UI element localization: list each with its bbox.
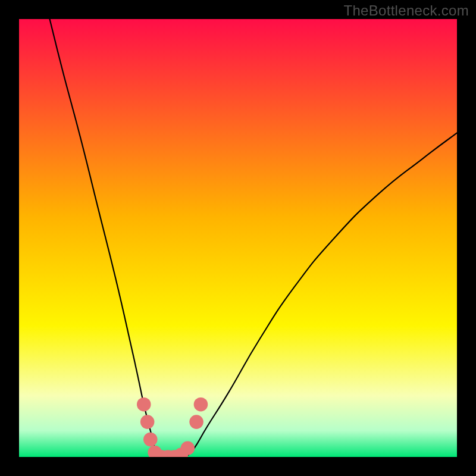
marker-dot — [194, 397, 208, 412]
watermark-label: TheBottleneck.com — [343, 2, 469, 19]
marker-dot — [181, 441, 195, 456]
marker-dot — [137, 397, 151, 412]
plot-background — [19, 19, 457, 457]
marker-dot — [140, 415, 155, 429]
marker-dot — [143, 433, 158, 447]
plot-area — [19, 19, 457, 457]
plot-svg — [19, 19, 457, 457]
chart-frame: TheBottleneck.com — [0, 0, 476, 476]
marker-dot — [189, 415, 203, 429]
